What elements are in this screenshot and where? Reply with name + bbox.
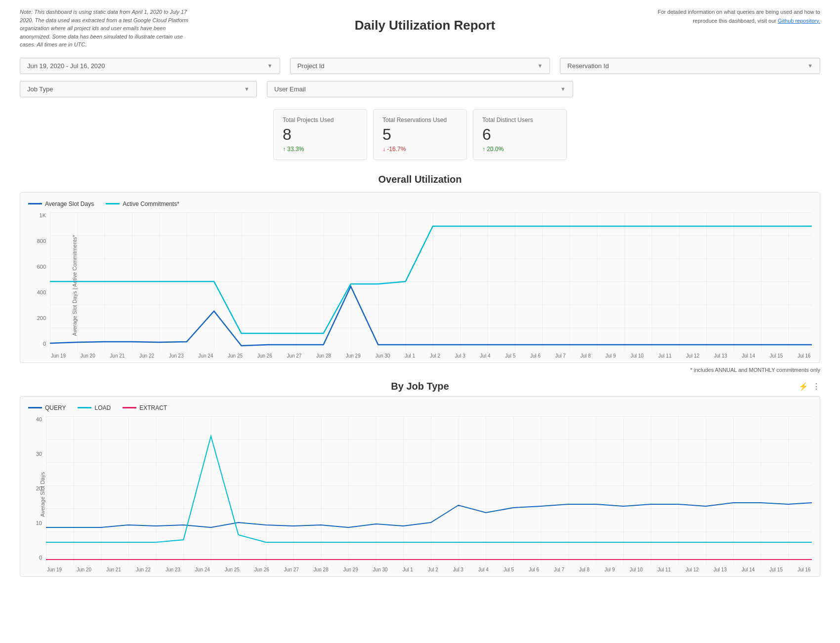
stat-change-users: ↑ 20.0%: [482, 146, 552, 153]
user-email-filter[interactable]: User Email ▼: [267, 81, 573, 97]
legend-load-label: LOAD: [94, 404, 111, 411]
overall-utilization-title: Overall Utilization: [20, 174, 820, 185]
by-job-chart-svg: [46, 416, 812, 564]
github-link[interactable]: Github repository.: [778, 18, 820, 24]
stat-label-users: Total Distinct Users: [482, 117, 552, 123]
overall-chart-wrapper: 0 200 400 600 800 1K Average Slot Days |…: [28, 212, 812, 359]
project-id-filter[interactable]: Project Id ▼: [290, 58, 550, 74]
legend-active-commit-label: Active Commitments*: [123, 201, 179, 207]
legend-extract-label: EXTRACT: [139, 404, 167, 411]
user-email-arrow: ▼: [560, 86, 566, 92]
by-job-x-labels: Jun 19Jun 20Jun 21Jun 22Jun 23Jun 24Jun …: [46, 567, 812, 572]
stat-card-projects: Total Projects Used 8 ↑ 33.3%: [273, 109, 367, 160]
header-right: For detailed information on what queries…: [652, 8, 820, 25]
job-type-filter[interactable]: Job Type ▼: [20, 81, 257, 97]
job-type-arrow: ▼: [244, 86, 250, 92]
stat-change-reservations: ↓ -16.7%: [382, 146, 453, 153]
by-job-type-title: By Job Type: [287, 381, 553, 392]
stat-change-projects: ↑ 33.3%: [283, 146, 353, 153]
user-email-label: User Email: [274, 85, 306, 93]
date-range-arrow: ▼: [267, 63, 273, 69]
legend-active-commit: Active Commitments*: [106, 201, 179, 207]
filters: Jun 19, 2020 - Jul 16, 2020 ▼ Project Id…: [20, 58, 820, 97]
header-note: Note: This dashboard is using static dat…: [20, 8, 198, 49]
stat-value-projects: 8: [283, 125, 353, 144]
by-job-type-header: By Job Type ⚡ ⋮: [20, 381, 820, 392]
stat-label-projects: Total Projects Used: [283, 117, 353, 123]
stat-card-users: Total Distinct Users 6 ↑ 20.0%: [473, 109, 567, 160]
overall-x-labels: Jun 19Jun 20Jun 21Jun 22Jun 23Jun 24Jun …: [50, 353, 812, 359]
filter-row-2: Job Type ▼ User Email ▼: [20, 81, 820, 97]
overall-chart-area: Average Slot Days | Active Commitments*: [50, 212, 812, 359]
page-title: Daily Utilization Report: [198, 8, 652, 33]
chart-note: * includes ANNUAL and MONTHLY commitment…: [20, 367, 820, 373]
stats-row: Total Projects Used 8 ↑ 33.3% Total Rese…: [20, 109, 820, 160]
filter-row-1: Jun 19, 2020 - Jul 16, 2020 ▼ Project Id…: [20, 58, 820, 74]
date-range-label: Jun 19, 2020 - Jul 16, 2020: [27, 62, 105, 70]
overall-y-label: Average Slot Days | Active Commitments*: [72, 235, 78, 335]
reservation-id-filter[interactable]: Reservation Id ▼: [560, 58, 820, 74]
lightning-icon[interactable]: ⚡: [798, 382, 808, 391]
legend-load-line: [78, 407, 91, 408]
overall-chart-svg: [50, 212, 812, 351]
stat-label-reservations: Total Reservations Used: [382, 117, 453, 123]
header: Note: This dashboard is using static dat…: [20, 8, 820, 49]
legend-extract-line: [123, 407, 136, 408]
legend-extract: EXTRACT: [123, 404, 167, 411]
legend-active-commit-line: [106, 203, 120, 204]
job-type-label: Job Type: [27, 85, 53, 93]
legend-query-line: [28, 407, 42, 408]
by-job-type-chart: QUERY LOAD EXTRACT 0 10 20 30: [20, 396, 820, 577]
legend-query-label: QUERY: [45, 404, 66, 411]
stat-value-users: 6: [482, 125, 552, 144]
by-job-y-label: Average Slot Days: [40, 472, 45, 517]
by-job-legend: QUERY LOAD EXTRACT: [28, 404, 812, 411]
more-options-icon[interactable]: ⋮: [812, 382, 820, 391]
reservation-id-arrow: ▼: [807, 63, 813, 69]
page: Note: This dashboard is using static dat…: [0, 0, 840, 643]
by-job-chart-area: Average Slot Days Jun 19Jun 20Jun 21Jun …: [46, 416, 812, 572]
legend-avg-slot-line: [28, 203, 42, 204]
stat-card-reservations: Total Reservations Used 5 ↓ -16.7%: [373, 109, 467, 160]
stat-value-reservations: 5: [382, 125, 453, 144]
overall-y-axis: 0 200 400 600 800 1K: [28, 212, 46, 359]
legend-avg-slot-label: Average Slot Days: [45, 201, 94, 207]
overall-legend: Average Slot Days Active Commitments*: [28, 201, 812, 207]
date-range-filter[interactable]: Jun 19, 2020 - Jul 16, 2020 ▼: [20, 58, 280, 74]
legend-avg-slot: Average Slot Days: [28, 201, 94, 207]
legend-query: QUERY: [28, 404, 66, 411]
overall-utilization-chart: Average Slot Days Active Commitments* 0 …: [20, 192, 820, 363]
reservation-id-label: Reservation Id: [567, 62, 609, 70]
by-job-chart-wrapper: 0 10 20 30 40 Average Slot Days: [28, 416, 812, 572]
project-id-arrow: ▼: [537, 63, 543, 69]
by-job-type-icons: ⚡ ⋮: [553, 382, 820, 391]
legend-load: LOAD: [78, 404, 111, 411]
by-job-type-section: By Job Type ⚡ ⋮ QUERY LOAD EXTRACT: [20, 381, 820, 577]
project-id-label: Project Id: [297, 62, 325, 70]
